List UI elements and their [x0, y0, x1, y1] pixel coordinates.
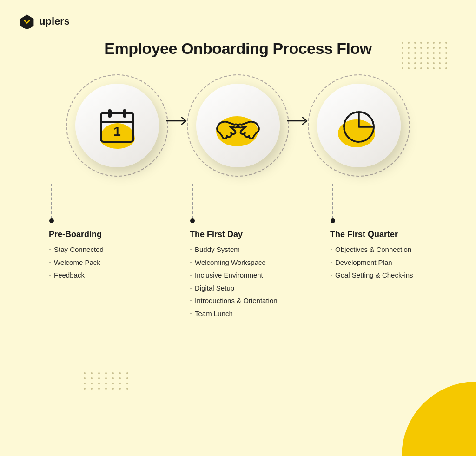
- section-first-day: The First Day Buddy System Welcoming Wor…: [185, 230, 301, 322]
- circle-outer-2: [187, 74, 289, 177]
- dot-pattern-bottom: document.write(Array(28).fill('<span sty…: [84, 372, 130, 400]
- logo: uplers: [19, 13, 70, 30]
- page-title: Employee Onboarding Process Flow: [0, 40, 476, 58]
- list-item: Feedback: [49, 271, 142, 280]
- svg-rect-2: [108, 109, 112, 118]
- calendar-icon: 1: [96, 105, 138, 146]
- bullet-1: [49, 218, 54, 223]
- logo-icon: [19, 13, 35, 30]
- circle-first-day: [187, 74, 289, 177]
- list-item: Objectives & Connection: [330, 245, 437, 254]
- circles-row: 1: [0, 74, 476, 177]
- list-item: Digital Setup: [190, 284, 297, 293]
- handshake-icon-wrap: [212, 100, 264, 151]
- piechart-icon-wrap: [333, 100, 384, 151]
- section-list-3: Objectives & Connection Development Plan…: [330, 245, 437, 280]
- list-item: Buddy System: [190, 245, 297, 254]
- list-item: Stay Connected: [49, 245, 142, 254]
- section-title-2: The First Day: [190, 230, 297, 239]
- dashed-line-3: [332, 184, 333, 218]
- dashed-line-2: [192, 184, 193, 218]
- list-item: Goal Setting & Check-ins: [330, 271, 437, 280]
- circle-inner-3: [317, 84, 401, 167]
- list-item: Development Plan: [330, 258, 437, 267]
- list-item: Welcome Pack: [49, 258, 142, 267]
- svg-text:1: 1: [113, 124, 121, 139]
- logo-text: uplers: [39, 15, 70, 27]
- yellow-quarter-decoration: [402, 382, 476, 456]
- circle-first-quarter: [308, 74, 410, 177]
- circle-inner-1: 1: [75, 84, 159, 167]
- svg-rect-3: [123, 109, 126, 118]
- section-pre-boarding: Pre-Boarding Stay Connected Welcome Pack…: [44, 230, 146, 284]
- list-item: Welcoming Workspace: [190, 258, 297, 267]
- svg-rect-1: [101, 113, 133, 122]
- circle-pre-boarding: 1: [66, 74, 168, 177]
- list-item: Inclusive Environment: [190, 271, 297, 280]
- circle-outer-3: [308, 74, 410, 177]
- circle-outer-1: 1: [66, 74, 168, 177]
- circle-inner-2: [196, 84, 280, 167]
- handshake-icon: [215, 107, 261, 144]
- section-title-3: The First Quarter: [330, 230, 437, 239]
- section-list-1: Stay Connected Welcome Pack Feedback: [49, 245, 142, 280]
- list-item: Introductions & Orientation: [190, 296, 297, 305]
- section-list-2: Buddy System Welcoming Workspace Inclusi…: [190, 245, 297, 318]
- bullet-2: [190, 218, 195, 223]
- bullet-3: [331, 218, 335, 223]
- calendar-icon-wrap: 1: [92, 100, 143, 151]
- section-title-1: Pre-Boarding: [49, 230, 142, 239]
- piechart-icon: [338, 105, 380, 146]
- dashed-line-1: [51, 184, 52, 218]
- section-first-quarter: The First Quarter Objectives & Connectio…: [325, 230, 442, 284]
- list-item: Team Lunch: [190, 309, 297, 318]
